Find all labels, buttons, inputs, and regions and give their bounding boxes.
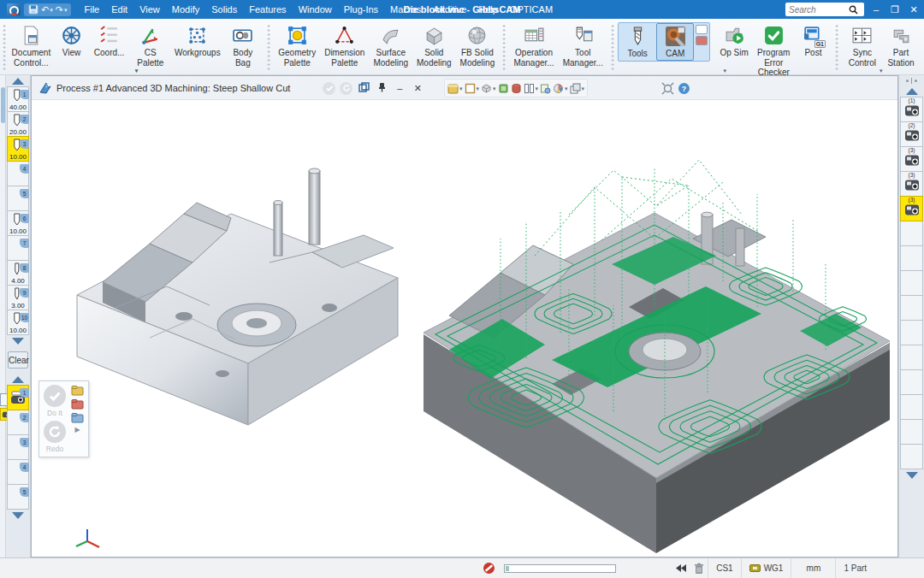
coordinate-systems-button[interactable]: Coord... ▾ [91,22,128,60]
op-sim-button[interactable]: Op Sim ▾ [715,22,753,60]
part-station-button[interactable]: Part Station ▾ [882,22,920,69]
op-tile-2[interactable]: 2 [7,410,29,435]
op-slot-empty[interactable] [900,221,923,246]
group-handle[interactable] [267,24,270,71]
post-button[interactable]: G1 Post [794,22,832,60]
op-slot-1[interactable]: (1) [900,97,923,122]
clear-button[interactable]: Clear [8,351,28,369]
document-view-button[interactable] [540,83,551,94]
tool-tile-6[interactable]: 6 10.00 [7,210,29,236]
cam-machine-mini-button[interactable] [696,36,708,45]
op-slot-empty[interactable] [900,245,923,271]
tool-tile-9[interactable]: 9 3.00 [7,285,29,310]
cs-indicator[interactable]: CS1 [708,558,740,578]
open-process-icon[interactable] [71,412,84,423]
tools-button[interactable]: Tools [619,23,656,61]
search-input[interactable] [789,5,849,15]
units-indicator[interactable]: mm [791,558,835,578]
cam-doc-mini-button[interactable] [696,25,708,34]
op-slot-empty[interactable] [900,444,923,469]
shaded-view-button[interactable]: ▾ [481,83,496,94]
tool-tile-3-selected[interactable]: 3 10.00 [7,136,29,162]
ops-scroll-up-button[interactable] [899,86,924,97]
part-count-indicator[interactable]: 1 Part [835,558,895,578]
palette-scroll-down-button[interactable] [6,335,30,346]
close-button[interactable]: ✕ [907,4,921,15]
program-error-checker-button[interactable]: Program Error Checker [753,22,794,80]
window-layout-button[interactable]: ▾ [570,83,585,94]
palette-scroll-strip[interactable] [0,75,6,557]
op-slot-empty[interactable] [900,345,923,370]
op-slot-5-selected[interactable]: (3) [900,196,923,221]
process-window-header[interactable]: Process #1 Advanced 3D Machining: Steep … [33,78,429,98]
workgroups-button[interactable]: Workgroups ▾ [173,22,222,60]
tool-tile-7[interactable]: 7 [7,235,29,261]
op-slot-empty[interactable] [900,369,923,395]
palette-dock-handle[interactable] [899,75,924,86]
rewind-markers-button[interactable] [675,563,687,573]
document-control-button[interactable]: Document Control... [9,22,52,69]
body-bag-button[interactable]: Body Bag [222,22,264,69]
view-button[interactable]: View [53,22,91,60]
restore-button[interactable]: ❐ [888,4,902,15]
menu-window[interactable]: Window [293,3,338,16]
interrupt-button[interactable] [483,562,495,575]
tool-display-button[interactable] [511,83,522,94]
op-slot-empty[interactable] [900,394,923,420]
menu-modify[interactable]: Modify [166,3,205,16]
tool-manager-button[interactable]: Tool Manager... [559,22,607,69]
op-slot-empty[interactable] [900,295,923,321]
sync-control-button[interactable]: Sync Control [843,22,882,69]
minimize-button[interactable]: – [869,4,883,15]
delete-button[interactable] [694,563,704,575]
op-tile-3[interactable]: 3 [7,434,29,460]
palette-scroll-thumb[interactable] [1,87,5,123]
op-tile-4[interactable]: 4 [7,459,29,485]
op-slot-4[interactable]: (3) [900,171,923,197]
display-options-button[interactable]: ▾ [447,83,463,94]
group-handle[interactable] [835,24,838,71]
app-icon[interactable] [7,3,21,15]
cam-button[interactable]: CAM [656,23,694,61]
menu-plugins[interactable]: Plug-Ins [338,3,384,16]
menu-solids[interactable]: Solids [205,3,243,16]
close-process-button[interactable]: ✕ [411,83,424,94]
group-handle[interactable] [611,24,614,71]
op-slot-empty[interactable] [900,270,923,296]
op-tile-5[interactable]: 5 [7,484,29,510]
palette-scroll-up-button[interactable] [6,75,30,86]
tool-tile-4[interactable]: 4 [7,161,29,186]
undo-button[interactable]: ↶▾ [41,4,53,15]
workgroup-indicator[interactable]: WG1 [741,558,791,578]
render-palette-button[interactable]: ▾ [553,83,568,94]
panes-button[interactable]: ▾ [524,83,539,94]
redo-button[interactable]: ↷▾ [56,4,68,15]
tool-tile-1[interactable]: 1 40.00 [7,86,29,112]
save-button[interactable] [28,4,38,15]
load-process-icon[interactable] [71,385,84,396]
op-palette-scroll-down-button[interactable] [6,510,30,521]
group-handle[interactable] [3,24,6,71]
menu-edit[interactable]: Edit [105,3,133,16]
tool-tile-10[interactable]: 10 10.00 [7,310,29,335]
minimize-process-button[interactable]: – [393,83,406,93]
fb-solid-modeling-button[interactable]: FB Solid Modeling [456,22,500,69]
viewport-canvas[interactable]: Do It Redo ▶ [32,100,897,557]
ops-scroll-down-button[interactable] [899,469,924,481]
cs-palette-button[interactable]: CS Palette [128,22,173,69]
frame-view-button[interactable]: ▾ [465,83,480,94]
operation-manager-button[interactable]: Operation Manager... [509,22,558,69]
tool-tile-5[interactable]: 5 [7,186,29,211]
chevron-down-icon[interactable]: ▾ [724,68,727,74]
save-process-icon[interactable] [71,398,84,410]
menu-file[interactable]: File [78,3,105,16]
pin-button[interactable] [375,82,388,94]
op-slot-3[interactable]: (3) [900,146,923,172]
chevron-down-icon[interactable]: ▾ [880,68,883,74]
surface-modeling-button[interactable]: Surface Modeling [369,22,412,69]
menu-features[interactable]: Features [243,3,292,16]
group-handle[interactable] [502,24,506,71]
zoom-fit-button[interactable] [661,82,674,95]
tool-tile-2[interactable]: 2 20.00 [7,111,29,137]
menu-view[interactable]: View [133,3,166,16]
